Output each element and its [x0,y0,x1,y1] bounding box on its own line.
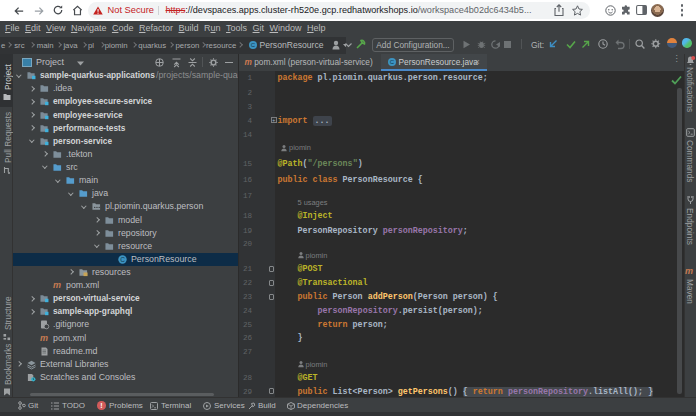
svg-text:C: C [389,59,394,65]
svg-text:C: C [251,42,256,48]
svg-text:C: C [120,256,125,263]
